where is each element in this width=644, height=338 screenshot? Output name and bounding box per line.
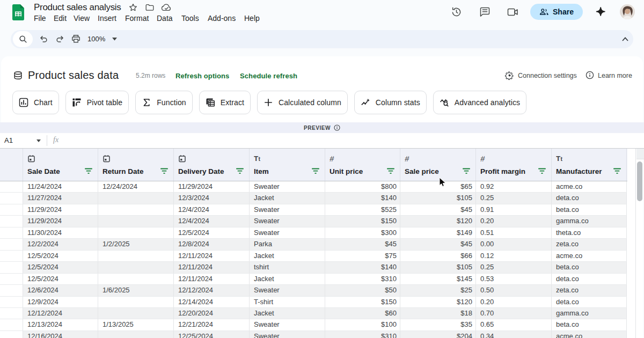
scrollbar-top-box[interactable] [636, 149, 644, 159]
filter-icon[interactable] [538, 168, 546, 174]
cell[interactable]: Sweater [250, 216, 325, 227]
cell[interactable]: 12/5/2024 [174, 227, 250, 239]
filter-icon[interactable] [463, 168, 470, 174]
cell[interactable]: $45 [400, 239, 476, 250]
cell[interactable]: $60 [325, 308, 400, 319]
cell[interactable] [98, 331, 174, 338]
cell[interactable]: $140 [325, 193, 400, 204]
column-header-profit-margin[interactable]: #Profit margin [476, 149, 552, 181]
menu-edit[interactable]: Edit [50, 13, 70, 24]
cell[interactable]: 12/12/2024 [23, 308, 98, 319]
cell[interactable]: 0.00 [476, 239, 552, 250]
cell[interactable]: Sweater [250, 181, 325, 193]
cell[interactable]: 11/29/2024 [23, 216, 98, 227]
column-stats-button[interactable]: Column stats [354, 91, 427, 114]
connection-settings-link[interactable]: Connection settings [518, 72, 577, 79]
cell[interactable] [98, 274, 174, 285]
refresh-options-link[interactable]: Refresh options [175, 72, 229, 80]
cell[interactable]: 0.91 [476, 204, 552, 216]
cell[interactable]: $800 [325, 181, 400, 193]
cell[interactable]: gamma.co [552, 216, 627, 227]
cell[interactable]: 12/11/2024 [174, 274, 250, 285]
cell[interactable]: $50 [325, 285, 400, 296]
cell[interactable]: gamma.co [552, 308, 627, 319]
cell[interactable]: tshirt [250, 262, 325, 273]
cell[interactable]: beta.co [552, 262, 627, 273]
cell[interactable]: 11/24/2024 [23, 181, 98, 193]
column-header-delivery-date[interactable]: Delivery Date [174, 149, 250, 181]
column-header-manufacturer[interactable]: TtManufacturer [552, 149, 627, 181]
cell[interactable]: 12/3/2024 [174, 193, 250, 204]
cell[interactable]: 12/20/2024 [174, 308, 250, 319]
cell[interactable] [98, 227, 174, 239]
cell[interactable]: 12/21/2024 [174, 319, 250, 330]
move-folder-icon[interactable] [145, 3, 154, 12]
gear-icon[interactable] [505, 71, 514, 80]
filter-icon[interactable] [160, 168, 168, 174]
menu-tools[interactable]: Tools [178, 13, 202, 24]
calculated-column-button[interactable]: Calculated column [257, 91, 348, 114]
star-icon[interactable] [129, 3, 137, 12]
cell[interactable]: $150 [325, 297, 400, 308]
cell[interactable]: 12/5/2024 [23, 251, 98, 262]
filter-icon[interactable] [613, 168, 621, 174]
menu-data[interactable]: Data [153, 13, 176, 24]
cell[interactable]: Jacket [250, 308, 325, 319]
cell[interactable]: beta.co [552, 204, 627, 216]
cell[interactable]: $525 [325, 204, 400, 216]
cell[interactable]: 1/2/2025 [98, 239, 174, 250]
cell[interactable]: 1/13/2025 [98, 319, 174, 330]
filter-icon[interactable] [236, 168, 244, 174]
cell[interactable]: 0.65 [476, 319, 552, 330]
cell[interactable]: 12/11/2024 [174, 251, 250, 262]
menu-view[interactable]: View [70, 13, 93, 24]
cell[interactable]: 0.12 [476, 251, 552, 262]
cell[interactable]: acme.co [552, 331, 627, 338]
collapse-toolbar-icon[interactable] [621, 35, 629, 43]
cell[interactable]: 0.25 [476, 193, 552, 204]
cell[interactable]: acme.co [552, 181, 627, 193]
cell[interactable]: $45 [325, 239, 400, 250]
cell[interactable]: theta.co [552, 227, 627, 239]
cell[interactable]: zeta.co [552, 285, 627, 296]
cell[interactable]: 0.53 [476, 274, 552, 285]
cell[interactable]: 0.34 [476, 331, 552, 338]
cell[interactable]: $140 [325, 262, 400, 273]
cell[interactable]: $150 [325, 216, 400, 227]
name-box[interactable]: A1 [4, 136, 13, 144]
cell[interactable] [98, 262, 174, 273]
column-header-item[interactable]: TtItem [250, 149, 325, 181]
cell[interactable]: deta.co [552, 297, 627, 308]
comments-icon[interactable] [479, 6, 491, 18]
cell[interactable]: 11/29/2024 [23, 204, 98, 216]
preview-info-icon[interactable] [334, 124, 340, 131]
cell[interactable]: 11/29/2024 [174, 181, 250, 193]
menu-addons[interactable]: Add-ons [204, 13, 239, 24]
cell[interactable]: $310 [325, 331, 400, 338]
cell[interactable] [98, 251, 174, 262]
cell[interactable]: Jacket [250, 251, 325, 262]
scrollbar-thumb[interactable] [637, 161, 642, 201]
cell[interactable]: beta.co [552, 319, 627, 330]
cell[interactable] [98, 308, 174, 319]
cell[interactable]: 0.50 [476, 285, 552, 296]
document-title[interactable]: Product sales analysis [34, 2, 121, 13]
cell[interactable]: Sweater [250, 204, 325, 216]
cell[interactable]: $120 [400, 216, 476, 227]
cell[interactable]: $105 [400, 193, 476, 204]
cell[interactable]: $204 [400, 331, 476, 338]
cell[interactable] [98, 204, 174, 216]
filter-icon[interactable] [85, 168, 92, 174]
cell[interactable]: $120 [400, 297, 476, 308]
cell[interactable] [98, 297, 174, 308]
cell[interactable]: $100 [325, 319, 400, 330]
column-header-sale-date[interactable]: Sale Date [23, 149, 98, 181]
extract-button[interactable]: Extract [199, 91, 251, 114]
chart-button[interactable]: Chart [12, 91, 59, 114]
zoom-select[interactable]: 100% [87, 35, 105, 43]
cell[interactable]: $45 [400, 204, 476, 216]
cell[interactable]: $66 [400, 251, 476, 262]
schedule-refresh-link[interactable]: Schedule refresh [240, 72, 297, 80]
cell[interactable]: 12/4/2024 [174, 216, 250, 227]
fx-icon[interactable]: fx [53, 136, 58, 144]
